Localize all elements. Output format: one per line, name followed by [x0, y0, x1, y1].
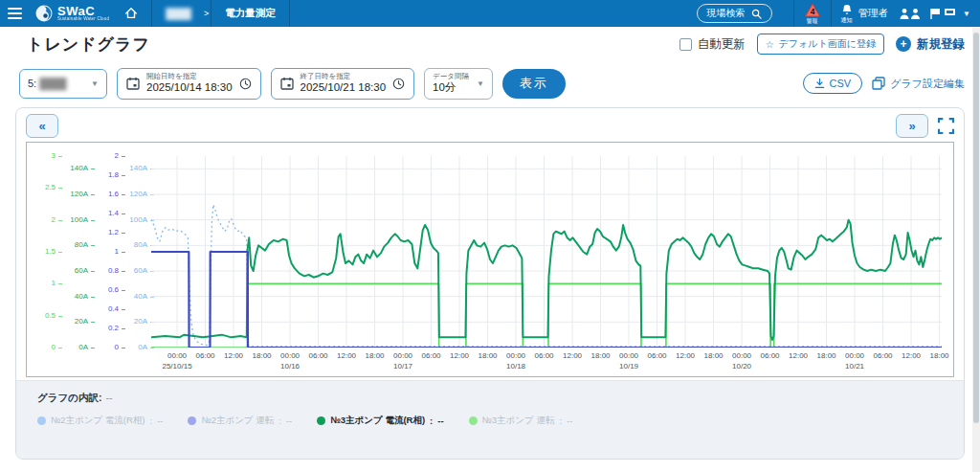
x-tick-label: 06:00	[648, 351, 667, 360]
bell-icon	[841, 4, 853, 16]
x-tick-label: 18:00	[253, 351, 272, 360]
legend-separator: :	[278, 416, 281, 426]
breadcrumb-separator: >	[204, 0, 211, 27]
legend-value: --	[567, 416, 572, 426]
series-no2_amp	[151, 205, 942, 347]
x-axis-labels: 00:0025/10/1506:0012:0018:0000:0010/1606…	[151, 351, 942, 374]
brand-tagline: Sustainable Water Cloud	[57, 17, 109, 22]
x-tick-label: 06:00	[309, 351, 328, 360]
site-search-button[interactable]: 現場検索	[697, 4, 772, 23]
legend-color-dot	[37, 416, 46, 425]
legend-item[interactable]: №3主ポンプ 電流(R相) : --	[317, 415, 443, 427]
series-select-redacted: ████	[39, 78, 65, 89]
x-date-label: 10/17	[393, 362, 412, 371]
x-date-label: 10/20	[732, 362, 751, 371]
x-tick-label: 00:00	[845, 351, 864, 360]
chart-panel: « » 00.511.522.530A20A40A60A80A100A120A1…	[15, 107, 965, 460]
start-datetime-picker[interactable]: 開始日時を指定 2025/10/14 18:30	[117, 68, 261, 100]
legend-item[interactable]: №3主ポンプ 運転 : --	[469, 415, 573, 427]
users-icon[interactable]	[898, 8, 923, 20]
x-tick-label: 18:00	[930, 351, 949, 360]
interval-select[interactable]: データ間隔 10分 ▼	[424, 68, 493, 100]
x-tick-label: 12:00	[676, 351, 695, 360]
swac-logo-icon	[35, 5, 53, 22]
language-selector[interactable]: ▼	[930, 8, 970, 19]
x-date-label: 10/18	[506, 362, 525, 371]
legend-section: グラフの内訳:-- №2主ポンプ 電流(R相) : --№2主ポンプ 運転 : …	[16, 380, 964, 460]
graph-settings-edit-button[interactable]: グラフ設定編集	[872, 77, 965, 91]
calendar-icon	[280, 77, 294, 90]
x-tick-label: 00:00	[732, 351, 751, 360]
breadcrumb-current[interactable]: 電力量測定	[211, 0, 290, 27]
y-tick-mark	[122, 175, 125, 176]
x-date-label: 10/21	[845, 362, 864, 371]
scrollbar-thumb[interactable]	[973, 33, 979, 423]
notification-label: 通知	[841, 17, 853, 23]
trend-chart: 00.511.522.530A20A40A60A80A100A120A140A0…	[26, 142, 954, 377]
flag-icon	[930, 8, 959, 19]
notification-button[interactable]: 通知	[841, 4, 853, 23]
x-tick-label: 00:00	[506, 351, 525, 360]
home-icon[interactable]	[124, 7, 138, 20]
y-tick-label: 0.4	[27, 305, 119, 313]
legend-separator: :	[559, 416, 562, 426]
csv-download-button[interactable]: CSV	[803, 73, 863, 94]
y-tick-label: 0A	[27, 344, 147, 351]
alarm-button[interactable]: 4 警報	[804, 3, 821, 24]
x-tick-label: 06:00	[535, 351, 554, 360]
new-registration-button[interactable]: + 新規登録	[896, 36, 965, 53]
breadcrumb-site[interactable]: ████	[151, 0, 204, 27]
legend-item[interactable]: №2主ポンプ 運転 : --	[188, 415, 292, 427]
y-tick-label: 20A	[27, 318, 147, 326]
legend-item[interactable]: №2主ポンプ 電流(R相) : --	[37, 415, 163, 427]
legend-title: グラフの内訳:--	[37, 392, 964, 405]
legend-color-dot	[188, 416, 196, 425]
site-search-label: 現場検索	[707, 7, 746, 20]
y-tick-mark	[122, 214, 125, 214]
page-title: トレンドグラフ	[27, 34, 150, 56]
register-default-button[interactable]: ☆ デフォルト画面に登録	[757, 34, 884, 55]
alarm-count: 4	[810, 7, 814, 16]
clock-icon[interactable]	[239, 78, 252, 90]
auto-update-label: 自動更新	[698, 36, 746, 53]
legend-separator: :	[430, 416, 433, 426]
y-tick-label: 1.2	[27, 229, 119, 236]
breadcrumb: ████ > 電力量測定	[151, 0, 290, 27]
chevron-down-icon: ▼	[477, 79, 484, 88]
x-tick-label: 12:00	[789, 351, 808, 360]
page-scrollbar[interactable]	[972, 27, 980, 472]
end-datetime-picker[interactable]: 終了日時を指定 2025/10/21 18:30	[271, 68, 415, 100]
chevron-down-icon: ▼	[963, 10, 970, 18]
alarm-triangle-icon: 4	[804, 3, 821, 17]
clock-icon[interactable]	[392, 78, 405, 90]
x-tick-label: 00:00	[393, 351, 412, 360]
hamburger-menu-icon[interactable]	[8, 8, 22, 19]
legend-value: --	[157, 416, 163, 426]
auto-update-checkbox[interactable]	[679, 38, 692, 51]
y-tick-label: 2	[27, 152, 119, 160]
legend-label: №2主ポンプ 電流(R相)	[51, 415, 145, 427]
y-tick-label: 140A	[27, 165, 147, 172]
x-tick-label: 18:00	[591, 351, 611, 360]
title-row: トレンドグラフ 自動更新 ☆ デフォルト画面に登録 + 新規登録	[0, 27, 980, 61]
y-tick-mark	[58, 283, 62, 284]
pan-left-button[interactable]: «	[26, 114, 58, 138]
app-logo[interactable]: SWaC Sustainable Water Cloud	[35, 5, 109, 22]
chevron-down-icon: ▼	[91, 79, 99, 88]
show-button[interactable]: 表示	[502, 69, 566, 99]
series-select[interactable]: 5: ████ ▼	[19, 69, 107, 99]
end-datetime-value: 2025/10/21 18:30	[301, 81, 387, 94]
y-tick-label: 120A	[27, 191, 147, 198]
pan-right-button[interactable]: »	[896, 114, 928, 138]
fullscreen-icon[interactable]	[938, 118, 954, 134]
x-tick-label: 06:00	[761, 351, 780, 360]
y-tick-mark	[122, 156, 125, 157]
plot-area[interactable]	[151, 156, 942, 348]
x-tick-label: 00:00	[619, 351, 638, 360]
interval-value: 10分	[433, 81, 469, 94]
auto-update-toggle[interactable]: 自動更新	[679, 36, 746, 53]
x-tick-label: 12:00	[902, 351, 921, 360]
interval-label: データ間隔	[433, 73, 469, 81]
end-datetime-label: 終了日時を指定	[301, 73, 387, 81]
y-tick-mark	[122, 309, 125, 310]
